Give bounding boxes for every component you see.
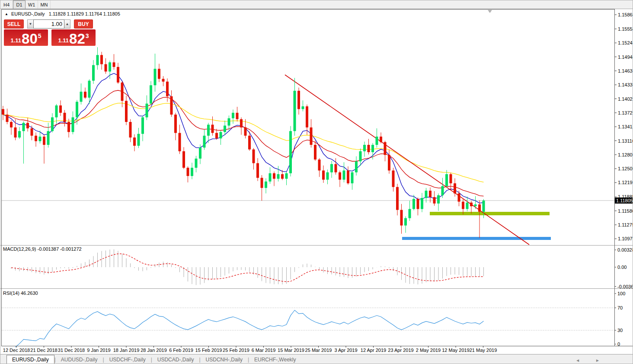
candle-body: [384, 142, 387, 155]
price-tick-label: 1.13415: [618, 124, 633, 129]
candle-body: [244, 128, 247, 136]
support-zone-rectangle[interactable]: [430, 212, 550, 215]
candle-body: [429, 191, 432, 197]
candle-body: [117, 67, 119, 83]
candle-body: [67, 122, 70, 132]
price-tick-label: 1.12195: [618, 180, 633, 185]
time-tick-label: 18 Jan 2019: [113, 348, 140, 353]
candle-body: [310, 128, 313, 145]
rsi-tick-label: 0: [617, 342, 620, 347]
sell-price-pip: 5: [38, 33, 42, 39]
price-tick-label: 1.14940: [618, 54, 633, 60]
chart-symbol-label: EURUSD-,Daily: [11, 11, 45, 16]
candle-body: [297, 91, 300, 109]
candle-body: [330, 164, 333, 172]
candle-body: [43, 137, 45, 145]
time-tick-label: 3 Apr 2019: [334, 348, 357, 353]
candle-body: [174, 115, 177, 133]
candle-body: [474, 204, 477, 206]
candle-body: [125, 101, 128, 122]
candle-body: [39, 137, 42, 141]
candle-body: [88, 81, 91, 98]
price-tick-label: 1.10970: [618, 236, 633, 241]
candle-body: [76, 102, 78, 117]
sell-button[interactable]: SELL: [4, 19, 24, 29]
collapse-triangle-icon[interactable]: ▲: [5, 12, 8, 16]
candle-body: [289, 131, 292, 173]
candle-body: [388, 155, 390, 170]
main-chart-svg[interactable]: 1.158601.155501.152451.149401.146351.143…: [0, 0, 633, 364]
candle-body: [417, 199, 419, 209]
candle-body: [273, 173, 275, 179]
candle-body: [220, 132, 222, 138]
candle-body: [224, 126, 226, 132]
chart-background: [0, 9, 633, 356]
candle-body: [162, 79, 165, 81]
candle-body: [72, 117, 74, 132]
time-tick-label: 23 Apr 2019: [388, 348, 413, 353]
demand-zone-rectangle[interactable]: [402, 237, 551, 240]
candle-body: [409, 209, 411, 218]
volume-increase-button[interactable]: ▲: [64, 19, 70, 29]
volume-input[interactable]: [33, 19, 64, 29]
candle-body: [187, 168, 189, 176]
time-tick-label: 15 Feb 2019: [195, 348, 222, 353]
chart-tab-audusd-daily[interactable]: AUDUSD-,Daily: [56, 355, 103, 364]
chart-tab-usdchf-daily[interactable]: USDCHF-,Daily: [104, 355, 151, 364]
candle-body: [18, 131, 21, 137]
time-tick-label: 12 Dec 2018: [3, 348, 30, 353]
chart-tab-usdcnh-daily[interactable]: USDCNH-,Daily: [201, 355, 248, 364]
price-tick-label: 1.14025: [618, 96, 633, 102]
candle-body: [368, 145, 370, 152]
tab-scroll-arrows[interactable]: ◄►: [575, 358, 631, 363]
candle-body: [265, 182, 267, 188]
time-tick-label: 25 Mar 2019: [305, 348, 332, 353]
candle-body: [425, 191, 428, 198]
candle-body: [351, 172, 354, 183]
candle-body: [478, 204, 481, 212]
candle-body: [96, 55, 99, 65]
price-tick-label: 1.11580: [618, 208, 633, 214]
time-tick-label: 28 Jan 2019: [141, 348, 167, 353]
time-tick-label: 6 Mar 2019: [252, 348, 276, 353]
price-tick-label: 1.14635: [618, 68, 633, 73]
candle-body: [380, 137, 382, 142]
candle-body: [150, 85, 152, 103]
sell-price-display[interactable]: 1.11 80 5: [4, 29, 48, 46]
candle-body: [211, 125, 214, 133]
candle-body: [470, 203, 473, 206]
candle-body: [248, 136, 251, 150]
buy-button[interactable]: BUY: [74, 19, 93, 29]
candle-body: [100, 55, 103, 64]
chart-tab-eurchf-weekly[interactable]: EURCHF-,Weekly: [249, 355, 301, 364]
candle-body: [121, 83, 124, 101]
candle-body: [158, 69, 160, 79]
buy-price-prefix: 1.11: [58, 38, 69, 43]
candle-body: [371, 145, 374, 152]
candle-body: [6, 115, 9, 122]
buy-price-pip: 3: [86, 33, 89, 39]
candle-body: [302, 106, 304, 109]
candle-body: [392, 170, 395, 187]
chart-tab-usdcad-daily[interactable]: USDCAD-,Daily: [152, 355, 199, 364]
macd-tick-label: 0.003287: [617, 247, 633, 252]
candle-body: [269, 173, 272, 182]
price-tick-label: 1.15550: [618, 26, 633, 32]
rsi-tick-label: 70: [617, 305, 623, 310]
candle-body: [253, 150, 255, 163]
buy-price-display[interactable]: 1.11 82 3: [51, 29, 96, 46]
candle-body: [412, 199, 415, 209]
candle-body: [191, 168, 193, 176]
candle-body: [182, 151, 185, 168]
candle-body: [281, 174, 284, 179]
candle-body: [22, 123, 25, 131]
chart-tab-eurusd-daily[interactable]: EURUSD-,Daily: [6, 355, 54, 364]
mt4-chart-window: H4 D1 W1 MN 1.158601.155501.152451.14940…: [0, 0, 633, 364]
candle-body: [458, 193, 460, 201]
candle-body: [462, 201, 464, 209]
candle-body: [314, 145, 316, 160]
candle-body: [240, 119, 243, 128]
candle-body: [433, 197, 436, 204]
candle-body: [129, 122, 132, 137]
volume-decrease-button[interactable]: ▼: [27, 19, 33, 29]
